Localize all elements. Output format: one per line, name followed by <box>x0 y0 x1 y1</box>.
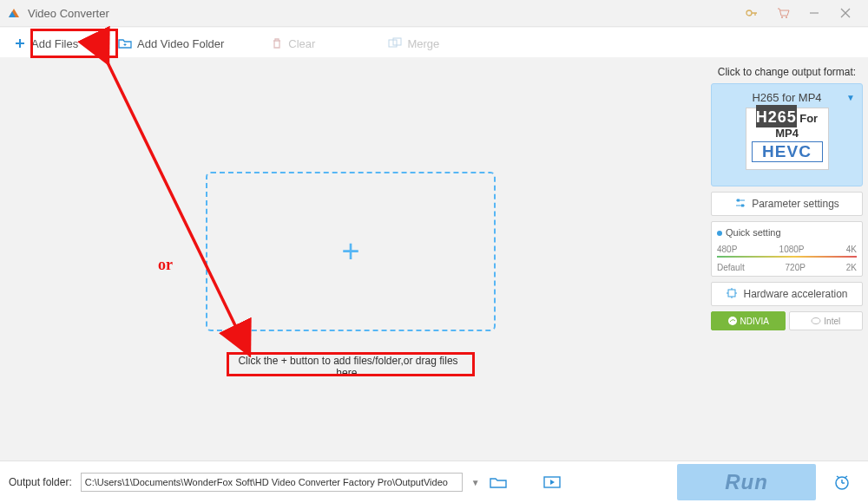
intel-label: Intel <box>824 317 840 326</box>
add-folder-label: Add Video Folder <box>137 37 224 50</box>
drop-zone[interactable]: + <box>206 172 496 331</box>
open-folder-button[interactable] <box>489 474 508 490</box>
svg-point-22 <box>812 318 820 324</box>
minimize-button[interactable] <box>799 0 830 26</box>
video-folder-button[interactable] <box>542 474 562 490</box>
app-title: Video Converter <box>28 7 109 20</box>
merge-icon <box>388 37 402 49</box>
parameter-settings-button[interactable]: Parameter settings <box>711 192 863 216</box>
output-format-selector[interactable]: H265 for MP4 ▼ H265 For MP4 HEVC <box>711 83 863 186</box>
svg-point-1 <box>781 16 783 18</box>
sliders-icon <box>734 197 746 212</box>
merge-label: Merge <box>407 37 439 50</box>
quick-setting-box[interactable]: Quick setting 480P 1080P 4K Default 720P… <box>711 221 863 277</box>
tick-1080p: 1080P <box>779 245 805 254</box>
add-video-folder-button[interactable]: Add Video Folder <box>108 28 234 59</box>
app-window: Video Converter Add Files ▼ Add Video Fo… <box>0 0 868 503</box>
tick-2k: 2K <box>846 263 857 272</box>
svg-rect-16 <box>728 290 735 297</box>
nvidia-label: NDIVIA <box>740 317 769 326</box>
output-folder-label: Output folder: <box>9 476 72 488</box>
chevron-down-icon: ▼ <box>846 93 855 102</box>
cart-icon[interactable] <box>767 0 799 26</box>
output-folder-dropdown[interactable]: ▼ <box>471 478 480 487</box>
output-format-name: H265 for MP4 <box>752 91 821 104</box>
intel-badge[interactable]: Intel <box>789 311 864 330</box>
alarm-button[interactable] <box>825 473 859 492</box>
tick-default: Default <box>717 263 745 272</box>
titlebar: Video Converter <box>0 0 868 27</box>
svg-point-2 <box>786 16 787 18</box>
svg-point-0 <box>746 10 752 16</box>
key-icon[interactable] <box>736 0 767 26</box>
folder-plus-icon <box>118 37 132 49</box>
annotation-box-add-files <box>30 29 118 58</box>
quick-setting-title: Quick setting <box>717 227 857 238</box>
chip-icon <box>726 287 738 302</box>
svg-rect-15 <box>741 204 744 206</box>
plus-icon <box>14 37 26 49</box>
app-logo-icon <box>7 6 21 20</box>
run-button[interactable]: Run <box>677 464 816 500</box>
tick-4k: 4K <box>846 245 857 254</box>
content-area: + Click the + button to add files/folder… <box>0 57 706 461</box>
output-folder-input[interactable] <box>81 473 463 492</box>
toolbar: Add Files ▼ Add Video Folder Clear Merge <box>0 27 868 60</box>
trash-icon <box>271 37 283 49</box>
clear-button[interactable]: Clear <box>260 28 326 59</box>
annotation-box-hint <box>227 352 475 376</box>
bottom-bar: Output folder: ▼ Run <box>0 461 868 503</box>
svg-line-28 <box>845 476 847 478</box>
svg-point-21 <box>728 317 737 325</box>
quality-slider[interactable] <box>717 256 857 258</box>
hw-accel-label: Hardware acceleration <box>743 288 847 300</box>
annotation-or-text: or <box>158 256 173 274</box>
nvidia-badge[interactable]: NDIVIA <box>711 311 786 330</box>
run-label: Run <box>725 470 768 494</box>
clear-label: Clear <box>288 37 315 50</box>
drop-plus-icon: + <box>341 233 359 270</box>
parameter-settings-label: Parameter settings <box>752 198 839 210</box>
format-badge: H265 For MP4 HEVC <box>746 108 829 170</box>
badge-line3: HEVC <box>752 141 823 162</box>
svg-line-27 <box>837 476 839 478</box>
hardware-acceleration-button[interactable]: Hardware acceleration <box>711 282 863 306</box>
side-panel: Click to change output format: H265 for … <box>706 57 868 461</box>
close-button[interactable] <box>830 0 861 26</box>
output-format-hint: Click to change output format: <box>711 66 863 78</box>
tick-480p: 480P <box>717 245 737 254</box>
tick-720p: 720P <box>786 263 806 272</box>
merge-button[interactable]: Merge <box>378 28 450 59</box>
svg-rect-14 <box>737 199 740 201</box>
